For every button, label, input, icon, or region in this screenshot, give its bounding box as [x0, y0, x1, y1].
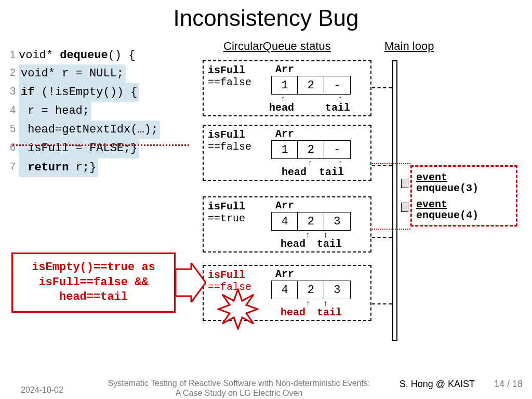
cell: 2 [297, 212, 324, 231]
callout-arrow-icon [176, 263, 206, 302]
fn-name: dequeue [60, 49, 108, 62]
s3-head: head [281, 238, 305, 250]
cell: 2 [297, 281, 324, 299]
s2-val: ==false [208, 141, 251, 153]
mainloop-bar [392, 60, 397, 341]
s3-isfull: isFull [208, 201, 245, 212]
cell: 4 [271, 212, 298, 231]
cell: 3 [324, 281, 351, 299]
conn-line [372, 87, 392, 88]
s1-arr: Arr [275, 63, 294, 75]
event-label: event [416, 172, 512, 183]
conn-line [372, 303, 392, 304]
code-l2: void* r = NULL; [21, 67, 124, 80]
cell: - [324, 76, 351, 95]
heading-circularqueue: CircularQueue status [223, 39, 331, 53]
s1-tail: tail [325, 102, 350, 114]
s4-arr: Arr [275, 268, 294, 280]
footer-sub2: A Case Study on LG Electric Oven [176, 389, 303, 397]
svg-marker-0 [176, 263, 206, 302]
cell: - [324, 140, 351, 159]
callout-line: head==tail [59, 290, 128, 305]
event-marker [401, 179, 408, 188]
burst-icon [217, 288, 259, 332]
s1-cells: 1 2 - [271, 76, 351, 95]
up-arrow-icon: ↑ [308, 159, 313, 168]
s3-tail: tail [317, 238, 342, 250]
up-arrow-icon: ↑ [305, 299, 311, 309]
s2-isfull: isFull [208, 129, 245, 141]
s3-val: ==true [208, 212, 245, 224]
state-2: isFull ==false Arr 1 2 - ↑ ↑ head tail [203, 125, 371, 181]
code-block: 1void* dequeue() { 2void* r = NULL; 3if … [6, 47, 160, 177]
cell: 1 [271, 140, 298, 159]
s1-isfull: isFull [208, 64, 245, 76]
up-arrow-icon: ↑ [305, 231, 311, 240]
s2-head: head [282, 166, 307, 178]
footer-date: 2024-10-02 [21, 385, 63, 395]
cell: 2 [297, 76, 324, 95]
callout-line: isFull==false && [38, 275, 148, 290]
callout-line: isEmpty()==true as [32, 260, 155, 275]
conn-line [372, 165, 392, 166]
s4-isfull: isFull [208, 269, 245, 281]
s3-cells: 4 2 3 [271, 212, 351, 231]
event-call: enqueue(3) [416, 183, 512, 194]
heading-mainloop: Main loop [384, 39, 434, 53]
s4-head: head [281, 307, 305, 318]
s2-tail: tail [319, 166, 344, 178]
event-dotted [372, 229, 410, 230]
s4-cells: 4 2 3 [271, 281, 351, 299]
footer-author: S. Hong @ KAIST [400, 379, 475, 390]
state-1: isFull ==false Arr 1 2 - ↑ ↑ head tail [203, 60, 371, 116]
s3-arr: Arr [275, 200, 294, 211]
slide-title: Inconsistency Bug [0, 0, 532, 31]
code-l4: r = head; [21, 104, 89, 117]
s4-tail: tail [317, 307, 342, 318]
s2-arr: Arr [275, 128, 294, 140]
s1-head: head [269, 102, 294, 114]
bug-callout: isEmpty()==true as isFull==false && head… [11, 252, 176, 313]
state-3: isFull ==true Arr 4 2 3 ↑ ↑ head tail [203, 196, 371, 252]
event-box: event enqueue(3) event enqueue(4) [410, 165, 517, 227]
code-l5: head=getNextIdx(…); [21, 123, 158, 136]
footer-pageno: 14 / 18 [494, 379, 523, 390]
footer-subtitle: Systematic Testing of Reactive Software … [78, 378, 400, 398]
footer-sub1: Systematic Testing of Reactive Software … [108, 379, 370, 388]
cell: 3 [324, 212, 351, 231]
s2-cells: 1 2 - [271, 140, 351, 159]
event-call: enqueue(4) [416, 210, 512, 221]
event-label: event [416, 199, 512, 210]
event-dotted [372, 163, 410, 164]
conn-line [372, 237, 392, 238]
cell: 4 [271, 281, 298, 299]
cell: 1 [271, 76, 298, 95]
event-marker [401, 203, 408, 212]
s1-val: ==false [208, 76, 251, 88]
split-line [12, 144, 189, 146]
cell: 2 [297, 140, 324, 159]
slide-body: 1void* dequeue() { 2void* r = NULL; 3if … [0, 31, 532, 364]
svg-marker-1 [218, 289, 258, 329]
